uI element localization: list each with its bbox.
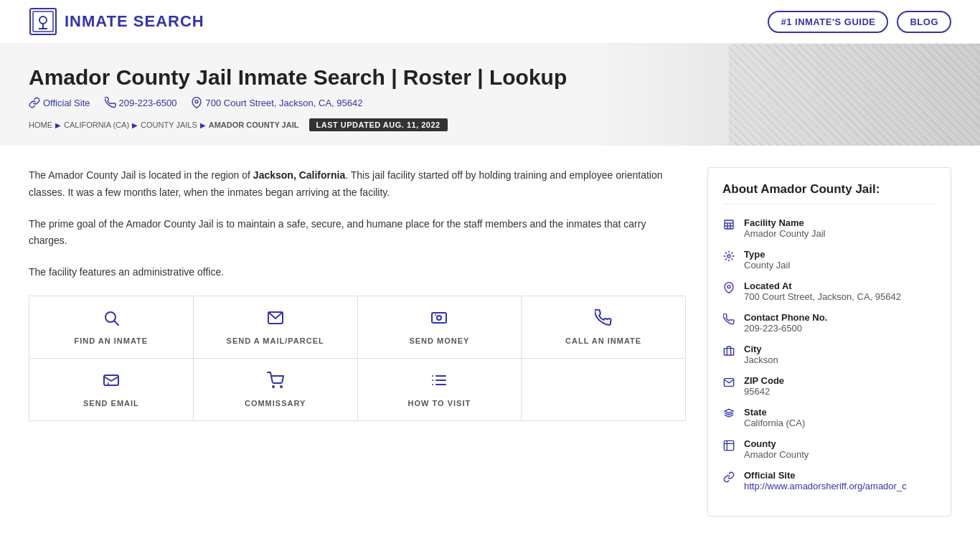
info-official-site: Official Site http://www.amadorsheriff.o… bbox=[722, 470, 936, 491]
official-site-icon bbox=[722, 471, 735, 486]
phone-value: 209-223-6500 bbox=[744, 323, 827, 334]
svg-point-15 bbox=[281, 386, 282, 387]
county-label: County bbox=[744, 438, 809, 449]
header: INMATE SEARCH #1 INMATE'S GUIDE BLOG bbox=[0, 0, 980, 44]
info-type: Type County Jail bbox=[722, 249, 936, 270]
guide-button[interactable]: #1 INMATE'S GUIDE bbox=[768, 11, 888, 33]
action-how-to-visit[interactable]: HOW TO VISIT bbox=[358, 359, 522, 420]
cart-icon bbox=[267, 372, 284, 393]
location-icon-hero bbox=[191, 97, 202, 108]
info-zip: ZIP Code 95642 bbox=[722, 375, 936, 397]
send-email-label: SEND EMAIL bbox=[83, 399, 139, 408]
zip-label: ZIP Code bbox=[744, 375, 784, 386]
state-value: California (CA) bbox=[744, 418, 805, 428]
svg-point-5 bbox=[195, 100, 198, 103]
find-inmate-label: FIND AN INMATE bbox=[75, 336, 149, 345]
type-value: County Jail bbox=[744, 260, 790, 270]
city-label: City bbox=[744, 344, 778, 354]
paragraph-1: The Amador County Jail is located in the… bbox=[29, 167, 686, 202]
svg-rect-0 bbox=[30, 9, 56, 34]
official-site-label-text: Official Site bbox=[744, 470, 907, 481]
phone-label: Contact Phone No. bbox=[744, 312, 827, 323]
hero-meta: Official Site 209-223-6500 700 Court Str… bbox=[29, 97, 951, 108]
email-icon bbox=[103, 372, 120, 393]
phone-link[interactable]: 209-223-6500 bbox=[105, 97, 177, 108]
commissary-label: COMMISSARY bbox=[245, 399, 306, 408]
state-label: State bbox=[744, 407, 805, 418]
blog-button[interactable]: BLOG bbox=[897, 11, 951, 33]
action-row-1: FIND AN INMATE SEND A MAIL/PARCEL bbox=[29, 296, 685, 359]
left-content: The Amador County Jail is located in the… bbox=[29, 167, 686, 517]
zip-icon bbox=[722, 377, 735, 391]
list-icon bbox=[430, 372, 448, 393]
zip-value: 95642 bbox=[744, 386, 784, 397]
info-located-at: Located At 700 Court Street, Jackson, CA… bbox=[722, 281, 936, 302]
phone-sidebar-icon bbox=[722, 314, 735, 328]
city-value: Jackson bbox=[744, 354, 778, 365]
type-icon bbox=[722, 250, 735, 265]
county-value: Amador County bbox=[744, 449, 809, 460]
action-find-inmate[interactable]: FIND AN INMATE bbox=[29, 296, 194, 358]
info-county: County Amador County bbox=[722, 438, 936, 460]
call-icon bbox=[595, 309, 612, 331]
page-title: Amador County Jail Inmate Search | Roste… bbox=[29, 65, 951, 90]
header-nav: #1 INMATE'S GUIDE BLOG bbox=[768, 11, 951, 33]
breadcrumb-sep3: ▶ bbox=[200, 121, 206, 129]
send-mail-label: SEND A MAIL/PARCEL bbox=[227, 336, 324, 345]
action-send-email[interactable]: SEND EMAIL bbox=[29, 359, 194, 420]
svg-point-10 bbox=[437, 316, 441, 320]
call-inmate-label: CALL AN INMATE bbox=[565, 336, 641, 345]
logo-icon bbox=[29, 7, 57, 36]
info-facility-name: Facility Name Amador County Jail bbox=[722, 217, 936, 239]
breadcrumb-current: AMADOR COUNTY JAIL bbox=[209, 121, 299, 129]
facility-name-label: Facility Name bbox=[744, 217, 825, 228]
breadcrumb-home[interactable]: HOME bbox=[29, 121, 52, 129]
svg-point-14 bbox=[273, 386, 274, 387]
paragraph-2: The prime goal of the Amador County Jail… bbox=[29, 216, 686, 250]
svg-line-7 bbox=[114, 321, 118, 325]
type-label: Type bbox=[744, 249, 790, 260]
svg-point-28 bbox=[727, 286, 730, 288]
money-icon bbox=[430, 309, 448, 331]
phone-icon bbox=[105, 97, 116, 108]
action-grid: FIND AN INMATE SEND A MAIL/PARCEL bbox=[29, 296, 686, 421]
main-content: The Amador County Jail is located in the… bbox=[0, 146, 980, 538]
link-icon bbox=[29, 97, 40, 108]
breadcrumb-state[interactable]: CALIFORNIA (CA) bbox=[64, 121, 129, 129]
official-site-link[interactable]: Official Site bbox=[29, 97, 90, 108]
svg-rect-31 bbox=[724, 441, 733, 450]
how-to-visit-label: HOW TO VISIT bbox=[408, 399, 471, 408]
action-send-mail[interactable]: SEND A MAIL/PARCEL bbox=[194, 296, 358, 358]
paragraph-3: The facility features an administrative … bbox=[29, 264, 686, 281]
info-city: City Jackson bbox=[722, 344, 936, 365]
breadcrumb: HOME ▶ CALIFORNIA (CA) ▶ COUNTY JAILS ▶ … bbox=[29, 118, 951, 131]
breadcrumb-sep2: ▶ bbox=[132, 121, 138, 129]
facility-name-value: Amador County Jail bbox=[744, 228, 825, 239]
svg-point-27 bbox=[727, 255, 730, 258]
county-icon bbox=[722, 440, 735, 454]
mail-icon bbox=[267, 309, 284, 331]
official-site-link-url[interactable]: http://www.amadorsheriff.org/amador_c bbox=[744, 481, 907, 491]
action-send-money[interactable]: SEND MONEY bbox=[358, 296, 522, 358]
logo-text: INMATE SEARCH bbox=[65, 12, 204, 31]
bold-location: Jackson, California bbox=[253, 169, 345, 181]
send-money-label: SEND MONEY bbox=[409, 336, 469, 345]
state-icon bbox=[722, 408, 735, 423]
svg-point-2 bbox=[39, 17, 47, 24]
action-commissary[interactable]: COMMISSARY bbox=[194, 359, 358, 420]
sidebar-title: About Amador County Jail: bbox=[722, 182, 936, 204]
svg-rect-29 bbox=[724, 349, 733, 355]
located-at-value: 700 Court Street, Jackson, CA, 95642 bbox=[744, 291, 901, 302]
search-icon bbox=[103, 309, 120, 331]
official-site-url[interactable]: http://www.amadorsheriff.org/amador_c bbox=[744, 481, 907, 491]
right-sidebar: About Amador County Jail: Facility Name … bbox=[707, 167, 951, 517]
info-state: State California (CA) bbox=[722, 407, 936, 428]
building-icon bbox=[722, 219, 735, 233]
svg-rect-9 bbox=[432, 313, 446, 323]
action-call-inmate[interactable]: CALL AN INMATE bbox=[522, 296, 685, 358]
address-link[interactable]: 700 Court Street, Jackson, CA, 95642 bbox=[191, 97, 362, 108]
city-icon bbox=[722, 345, 735, 359]
breadcrumb-county-jails[interactable]: COUNTY JAILS bbox=[141, 121, 197, 129]
info-phone: Contact Phone No. 209-223-6500 bbox=[722, 312, 936, 334]
location-icon bbox=[722, 282, 735, 296]
